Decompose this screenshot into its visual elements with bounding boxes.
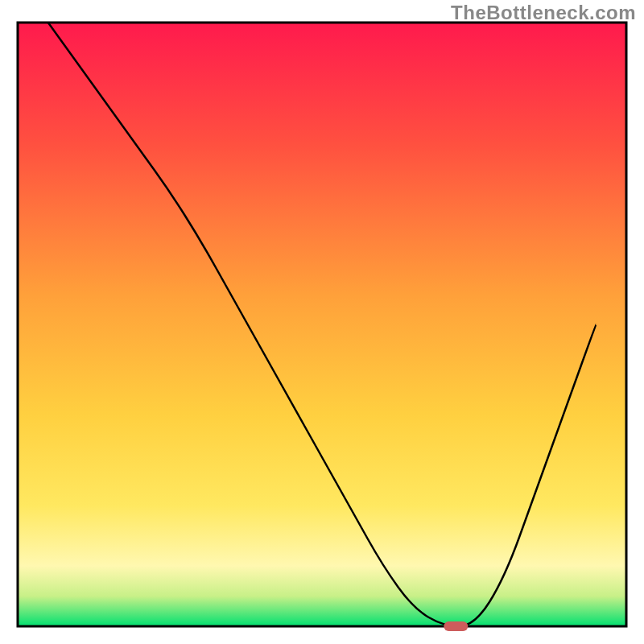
- plot-background: [18, 23, 626, 626]
- min-marker: [444, 621, 468, 631]
- chart-root: TheBottleneck.com: [0, 0, 644, 644]
- bottleneck-chart: [0, 0, 644, 644]
